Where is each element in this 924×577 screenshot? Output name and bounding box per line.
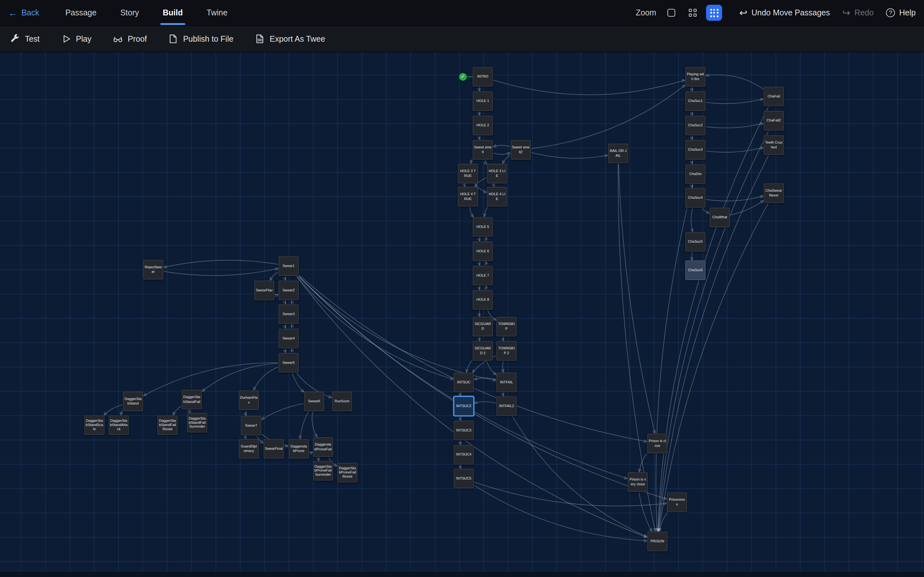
passage-swear2[interactable]: Swear2 xyxy=(278,280,299,300)
passage-link xyxy=(659,203,768,531)
passage-townskip-2[interactable]: TOWNSKIP 2 xyxy=(496,341,517,361)
passage-rejectswear[interactable]: RejectSwear xyxy=(143,260,163,279)
passage-intsuc3[interactable]: INTSUC3 xyxy=(454,421,474,440)
passage-chaswearnever[interactable]: ChaSwearNever xyxy=(764,183,784,203)
back-button[interactable]: ← Back xyxy=(8,8,39,17)
passage-teeth-crushed[interactable]: Teeth Crushed xyxy=(764,135,784,155)
passage-link xyxy=(619,164,655,433)
passage-chadet[interactable]: ChaDet xyxy=(685,164,706,184)
passage-daggerstabstandfailsurrender[interactable]: DaggerStabStandFailSurrender xyxy=(187,413,207,432)
passage-hole-1[interactable]: HOLE 1 xyxy=(473,91,493,111)
passage-daggerstabstandattack[interactable]: DaggerStabStandAttack xyxy=(109,416,129,435)
passage-swearfinal[interactable]: SwearFinal xyxy=(264,439,284,459)
passage-link xyxy=(692,111,692,115)
passage-prison-is-very-close[interactable]: Prison is very close xyxy=(628,472,648,492)
zoom-grid9-icon xyxy=(710,9,718,17)
passage-intro[interactable]: INTRO xyxy=(473,67,493,87)
passage-intsuc2[interactable]: INTSUC2 xyxy=(454,396,474,416)
passage-daggerstabstandfail[interactable]: DaggerStabStandFail xyxy=(182,390,202,409)
passage-hole-8[interactable]: HOLE 8 xyxy=(473,290,493,309)
passage-label: TOWNSKIP xyxy=(498,322,515,331)
passage-guarddiplomacy[interactable]: GuardDiplomacy xyxy=(239,439,259,459)
passage-daggerstabstandfailresist[interactable]: DaggerStabStandFailResist xyxy=(157,416,178,435)
passage-playing-with-fire[interactable]: Playing with fire xyxy=(685,67,706,87)
zoom-medium-button[interactable] xyxy=(685,5,701,21)
passage-swear6[interactable]: Swear6 xyxy=(304,392,325,411)
passage-prisononon[interactable]: Prisononon xyxy=(667,492,687,512)
passage-hole-7[interactable]: HOLE 7 xyxy=(473,266,493,285)
passage-chasuc1[interactable]: ChaSuc1 xyxy=(685,91,706,111)
passage-daggerstabpronefailsurrender[interactable]: DaggerStabProneFailSurrender xyxy=(313,461,333,480)
passage-chafail2[interactable]: ChaFail2 xyxy=(764,111,784,131)
passage-prison-is-close[interactable]: Prison is close xyxy=(647,434,667,453)
passage-chasuc6[interactable]: ChaSuc6 xyxy=(685,261,706,280)
passage-link xyxy=(460,441,461,444)
passage-chasuc2[interactable]: ChaSuc2 xyxy=(685,116,706,135)
passage-hole-3-lie[interactable]: HOLE 3 LIE xyxy=(487,164,507,183)
passage-chasuc4[interactable]: ChaSuc4 xyxy=(685,188,706,208)
zoom-small-button[interactable] xyxy=(706,5,722,21)
zoom-grid4-icon xyxy=(689,9,696,16)
test-icon xyxy=(10,34,20,44)
passage-label: HOLE 1 xyxy=(474,99,492,103)
passage-chasuc3[interactable]: ChaSuc3 xyxy=(685,140,706,160)
passage-link xyxy=(300,412,309,438)
passage-hole-4-lie[interactable]: HOLE 4 LIE xyxy=(487,187,507,206)
passage-chafail[interactable]: ChaFail xyxy=(764,87,784,106)
menu-build[interactable]: Build xyxy=(151,0,195,26)
proof-button[interactable]: Proof xyxy=(113,34,147,44)
passage-label: SwearFinal xyxy=(265,447,283,451)
passage-link xyxy=(475,402,496,403)
passage-daggerstabpronefailresist[interactable]: DaggerStabProneFailResist xyxy=(337,463,357,482)
passage-hole-2[interactable]: HOLE 2 xyxy=(473,116,493,135)
passage-link xyxy=(270,272,278,280)
passage-prison[interactable]: PRISON xyxy=(647,532,667,551)
passage-hole-4-true[interactable]: HOLE 4 TRUE xyxy=(458,187,478,206)
passage-hole-6[interactable]: HOLE 6 xyxy=(473,242,493,261)
passage-sweet-smell2[interactable]: Sweet smell2 xyxy=(511,140,531,160)
passage-daggerstabpronefail[interactable]: DaggerstabProneFail xyxy=(313,437,333,457)
story-map[interactable]: INTROHOLE 1HOLE 2Sweet smellSweet smell2… xyxy=(0,52,924,577)
passage-intsuc5[interactable]: INTSUC5 xyxy=(454,469,474,488)
passage-sicguard[interactable]: SICGUARD xyxy=(473,317,493,336)
passage-sicguard-2[interactable]: SICGUARD 2 xyxy=(473,341,493,361)
zoom-full-button[interactable] xyxy=(664,5,680,21)
passage-intsuc[interactable]: INTSUC xyxy=(454,372,474,392)
passage-swear1[interactable]: Swear1 xyxy=(278,256,299,276)
passage-daggerstabprone[interactable]: DaggerstabProne xyxy=(289,439,309,459)
passage-swear7[interactable]: Swear7 xyxy=(241,416,261,435)
passage-intfail2[interactable]: INTFAIL2 xyxy=(496,396,517,416)
menu-story[interactable]: Story xyxy=(108,0,151,26)
test-label: Test xyxy=(25,34,40,43)
play-button[interactable]: Play xyxy=(61,34,91,44)
passage-intfail[interactable]: INTFAIL xyxy=(496,372,517,392)
passage-daggerstabstandscale[interactable]: DaggerStabStandScale xyxy=(84,416,105,435)
help-button[interactable]: ? Help xyxy=(886,8,916,17)
passage-sweet-smell[interactable]: Sweet smell xyxy=(473,140,493,160)
passage-chawhat[interactable]: ChaWhat xyxy=(710,208,730,227)
passage-daggerstabstand[interactable]: DaggerStabStand xyxy=(123,392,143,411)
export-label: Export As Twee xyxy=(270,34,325,43)
passage-intsuc4[interactable]: INTSUC4 xyxy=(454,445,474,464)
passage-hole-5[interactable]: HOLE 5 xyxy=(473,217,493,237)
passage-link xyxy=(487,361,496,375)
passage-swearflav[interactable]: SwearFlav xyxy=(254,280,274,300)
passage-link xyxy=(702,208,709,213)
passage-townskip[interactable]: TOWNSKIP xyxy=(496,317,517,336)
passage-bail-or-jail[interactable]: BAIL OR JAIL xyxy=(608,143,628,163)
publish-button[interactable]: Publish to File xyxy=(168,34,233,44)
passage-runsoon[interactable]: RunSoon xyxy=(332,392,352,411)
passage-chasuc5[interactable]: ChaSuc5 xyxy=(685,232,706,251)
passage-swear5[interactable]: Swear5 xyxy=(278,353,299,372)
test-button[interactable]: Test xyxy=(10,34,39,44)
passage-link xyxy=(460,416,461,420)
passage-hole-3-true[interactable]: HOLE 3 TRUE xyxy=(458,164,478,183)
export-twee-button[interactable]: Export As Twee xyxy=(255,34,325,44)
passage-durhamflav[interactable]: DurhamFlav xyxy=(239,390,259,410)
passage-link xyxy=(503,361,504,372)
menu-twine[interactable]: Twine xyxy=(195,0,239,26)
menu-passage[interactable]: Passage xyxy=(53,0,108,26)
passage-swear3[interactable]: Swear3 xyxy=(278,305,299,324)
undo-button[interactable]: ↩ Undo Move Passages xyxy=(739,8,830,18)
passage-swear4[interactable]: Swear4 xyxy=(278,329,299,348)
